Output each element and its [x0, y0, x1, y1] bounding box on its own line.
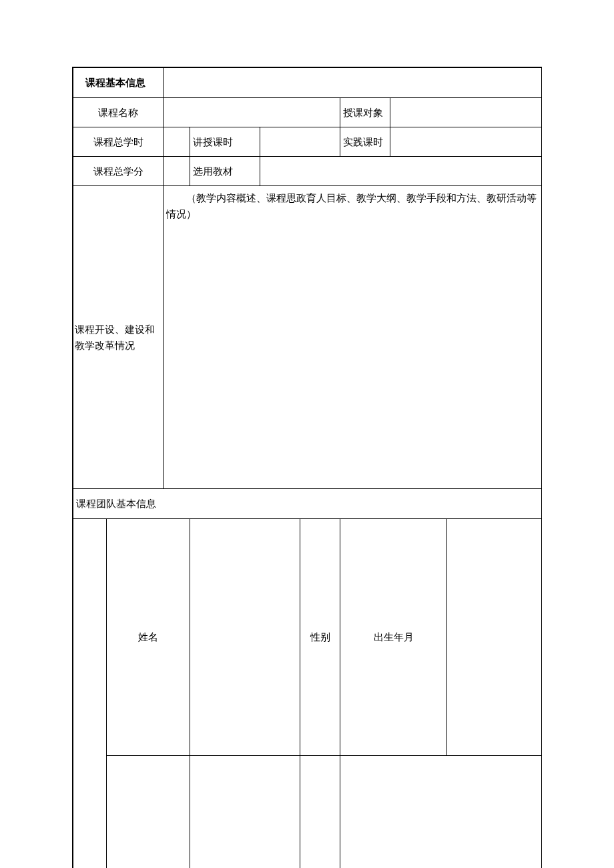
row-construction: 课程开设、建设和教学改革情况 （教学内容概述、课程思政育人目标、教学大纲、教学手…	[73, 186, 542, 489]
row-course-name: 课程名称 授课对象	[73, 98, 542, 127]
row-leader-2: 职称/职务 最后学位	[73, 756, 542, 868]
label-leader-birth: 出生年月	[340, 519, 447, 756]
value-audience[interactable]	[390, 98, 542, 127]
label-audience: 授课对象	[340, 98, 390, 127]
form-container: 课程基本信息 课程名称 授课对象 课程总学时 讲授课时 实践课时 课程总学分 选…	[72, 67, 542, 868]
label-practice-hours: 实践课时	[340, 127, 390, 157]
section-team-info-row: 课程团队基本信息	[73, 489, 542, 519]
value-leader-degree[interactable]	[340, 756, 542, 868]
label-leader-gender: 性别	[300, 519, 340, 756]
value-course-name[interactable]	[164, 98, 340, 127]
value-total-hours[interactable]	[164, 127, 190, 157]
label-leader-group: 课程负责人	[73, 519, 107, 869]
value-total-credits[interactable]	[164, 157, 190, 186]
value-leader-birth[interactable]	[447, 519, 542, 756]
value-textbook[interactable]	[260, 157, 542, 186]
value-leader-name[interactable]	[190, 519, 300, 756]
value-lecture-hours[interactable]	[260, 127, 340, 157]
row-total-hours: 课程总学时 讲授课时 实践课时	[73, 127, 542, 157]
label-course-name: 课程名称	[73, 98, 164, 127]
row-leader-1: 课程负责人 姓名 性别 出生年月	[73, 519, 542, 756]
section-team-info: 课程团队基本信息	[73, 489, 542, 519]
construction-hint: （教学内容概述、课程思政育人目标、教学大纲、教学手段和方法、教研活动等情况）	[166, 190, 539, 222]
label-textbook: 选用教材	[190, 157, 260, 186]
label-total-credits: 课程总学分	[73, 157, 164, 186]
section-basic-info: 课程基本信息	[73, 68, 164, 98]
section-basic-info-row: 课程基本信息	[73, 68, 542, 98]
label-lecture-hours: 讲授课时	[190, 127, 260, 157]
label-total-hours: 课程总学时	[73, 127, 164, 157]
row-total-credits: 课程总学分 选用教材	[73, 157, 542, 186]
value-leader-title[interactable]	[190, 756, 300, 868]
form-table: 课程基本信息 课程名称 授课对象 课程总学时 讲授课时 实践课时 课程总学分 选…	[73, 67, 542, 868]
label-construction: 课程开设、建设和教学改革情况	[73, 186, 164, 489]
value-practice-hours[interactable]	[390, 127, 542, 157]
section-basic-info-blank	[164, 68, 542, 98]
label-leader-title: 职称/职务	[107, 756, 190, 868]
label-leader-degree: 最后学位	[300, 756, 340, 868]
label-leader-name: 姓名	[107, 519, 190, 756]
value-construction[interactable]: （教学内容概述、课程思政育人目标、教学大纲、教学手段和方法、教研活动等情况）	[164, 186, 542, 489]
